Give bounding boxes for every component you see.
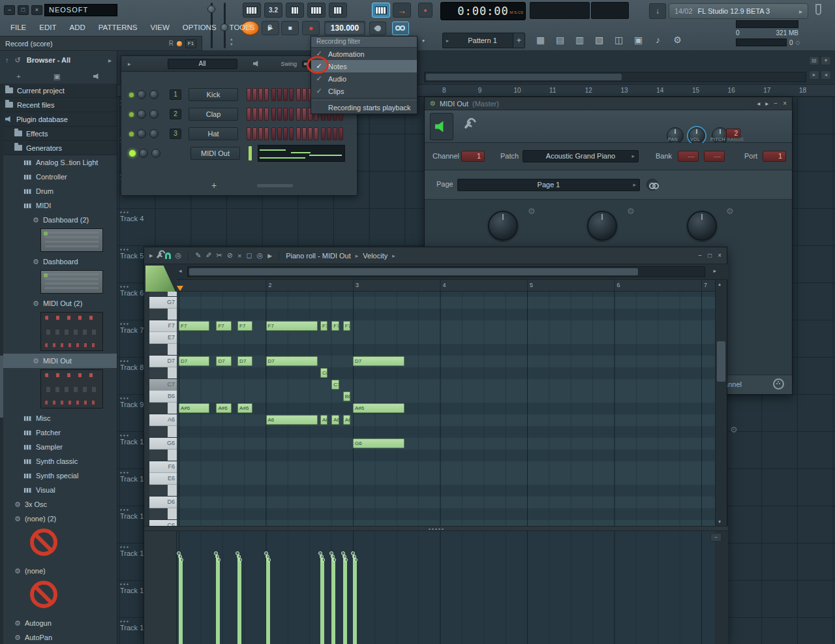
piano-roll-hscrollbar[interactable] — [177, 264, 728, 280]
midi-note-a-6[interactable]: A#6 — [353, 403, 404, 413]
menu-view[interactable]: VIEW — [144, 20, 175, 35]
step-cell[interactable] — [283, 127, 288, 140]
midi-note-d7[interactable]: D7 — [266, 356, 318, 366]
browser-add-icon[interactable] — [16, 72, 20, 80]
step-cell[interactable] — [252, 127, 257, 140]
gear-icon[interactable] — [627, 206, 635, 216]
piano-key-g6[interactable]: G6 — [149, 438, 177, 450]
settings-button[interactable] — [669, 31, 686, 48]
step-cell[interactable] — [339, 127, 343, 140]
velocity-stem[interactable] — [219, 561, 220, 644]
recording-indicator[interactable] — [418, 3, 433, 18]
menu-options[interactable]: OPTIONS — [176, 20, 223, 35]
midi-note-f7[interactable]: F7 — [216, 321, 231, 331]
velocity-handle[interactable] — [267, 558, 271, 562]
page-select[interactable]: Page 1 — [457, 179, 640, 191]
browser-item-visual[interactable]: Visual — [0, 483, 117, 497]
recording-filter-button[interactable] — [392, 22, 409, 35]
channel-rack-button[interactable] — [551, 31, 569, 48]
blend-notes-icon[interactable] — [307, 3, 326, 18]
browser-item-none[interactable]: ⚙(none) — [0, 564, 117, 578]
browser-item-synth-special[interactable]: Synth special — [0, 468, 117, 483]
step-cell[interactable] — [277, 88, 282, 101]
midi-note-g6[interactable]: G6 — [353, 438, 404, 448]
plugin-picker-button[interactable] — [630, 31, 647, 48]
piano-key-f-7[interactable] — [149, 309, 177, 320]
pattern-picker-icon[interactable] — [443, 38, 452, 44]
maximize-button[interactable] — [18, 5, 29, 15]
velocity-handle[interactable] — [354, 558, 357, 562]
midi-note-f7[interactable]: F7 — [331, 321, 339, 331]
browser-item-synth-classic[interactable]: Synth classic — [0, 454, 117, 468]
browser-item-midi-out[interactable]: ⚙MIDI Out — [0, 354, 117, 368]
channel-led[interactable] — [129, 132, 134, 136]
control-knob-2[interactable] — [587, 211, 617, 241]
step-cell[interactable] — [296, 127, 301, 140]
browser-item-midi-out-2[interactable]: ⚙MIDI Out (2) — [0, 296, 117, 311]
typing-to-piano-button[interactable] — [372, 3, 390, 18]
browser-preview-icon[interactable] — [93, 73, 100, 80]
playlist-hscrollbar[interactable] — [424, 72, 806, 82]
midi-plug-icon[interactable] — [773, 378, 784, 390]
plugin-thumbnail-midi-out[interactable] — [40, 369, 103, 408]
channel-value[interactable]: 1 — [461, 151, 485, 162]
piano-roll-timeline[interactable]: 234567 — [177, 280, 715, 292]
piano-key-d-6[interactable] — [149, 485, 177, 497]
step-cell[interactable] — [283, 88, 288, 101]
volume-knob[interactable] — [151, 149, 160, 158]
step-cell[interactable] — [271, 127, 276, 140]
velocity-handle[interactable] — [217, 558, 220, 562]
channel-led[interactable] — [129, 93, 134, 97]
browser-item-autogun[interactable]: ⚙Autogun — [0, 616, 117, 630]
step-cell[interactable] — [258, 127, 263, 140]
menu-item-clips[interactable]: ✓Clips — [311, 85, 417, 97]
step-cell[interactable] — [252, 108, 257, 121]
scrollbar-thumb[interactable] — [426, 74, 622, 80]
step-cell[interactable] — [321, 127, 326, 140]
gear-icon[interactable] — [730, 425, 738, 435]
chevron-right-icon[interactable] — [799, 8, 802, 15]
plugin-thumbnail-none-2[interactable] — [22, 527, 85, 561]
browser-button[interactable] — [610, 31, 628, 48]
zoom-icon[interactable] — [257, 251, 264, 260]
browser-item-generators[interactable]: Generators — [0, 141, 117, 155]
select-icon[interactable] — [246, 251, 252, 260]
step-cell[interactable] — [247, 108, 251, 121]
slide-icon[interactable] — [175, 251, 182, 260]
record-button[interactable] — [302, 21, 320, 35]
scroll-up-icon[interactable] — [718, 281, 721, 287]
velocity-stem[interactable] — [323, 561, 324, 644]
plugin-thumbnail-dashboard[interactable] — [40, 270, 103, 294]
browser-item-dashboard[interactable]: ⚙Dashboard — [0, 254, 117, 269]
piano-key-e7[interactable]: E7 — [149, 332, 177, 344]
midi-note-b6[interactable]: B6 — [343, 391, 350, 401]
browser-up-icon[interactable] — [5, 56, 9, 64]
menu-item-audio[interactable]: ✓Audio — [311, 72, 417, 85]
browser-item-drum[interactable]: Drum — [0, 184, 117, 198]
midi-note-a-6[interactable]: A#6 — [216, 403, 231, 413]
channel-filter-select[interactable]: All — [168, 59, 237, 69]
metronome-button[interactable] — [369, 22, 386, 35]
pattern-selector[interactable]: Pattern 1 + — [442, 33, 525, 48]
browser-item-sampler[interactable]: Sampler — [0, 440, 117, 454]
pan-knob[interactable] — [137, 110, 146, 119]
playhead-marker[interactable] — [177, 286, 183, 291]
velocity-stem[interactable] — [269, 561, 270, 644]
gear-icon[interactable] — [528, 206, 536, 216]
midi-note-f7[interactable]: F7 — [343, 321, 350, 331]
browser-item-midi[interactable]: MIDI — [0, 198, 117, 213]
step-cell[interactable] — [264, 88, 269, 101]
piano-key-b6[interactable]: B6 — [149, 391, 177, 403]
step-cell[interactable] — [296, 108, 301, 121]
slider-handle[interactable] — [207, 5, 215, 13]
piano-key-c-6[interactable] — [149, 508, 177, 520]
close-icon[interactable] — [783, 100, 787, 107]
bank-lsb-value[interactable]: --- — [704, 151, 725, 162]
scroll-right-icon[interactable] — [713, 268, 716, 274]
midi-note-a6[interactable]: A6 — [331, 415, 339, 425]
midi-note-a6[interactable]: A6 — [343, 415, 350, 425]
piano-roll-preview[interactable] — [258, 145, 345, 162]
countdown-icon[interactable]: 3.2 — [264, 3, 282, 18]
midi-note-d7[interactable]: D7 — [216, 356, 231, 366]
piano-key-c-7[interactable] — [149, 367, 177, 379]
